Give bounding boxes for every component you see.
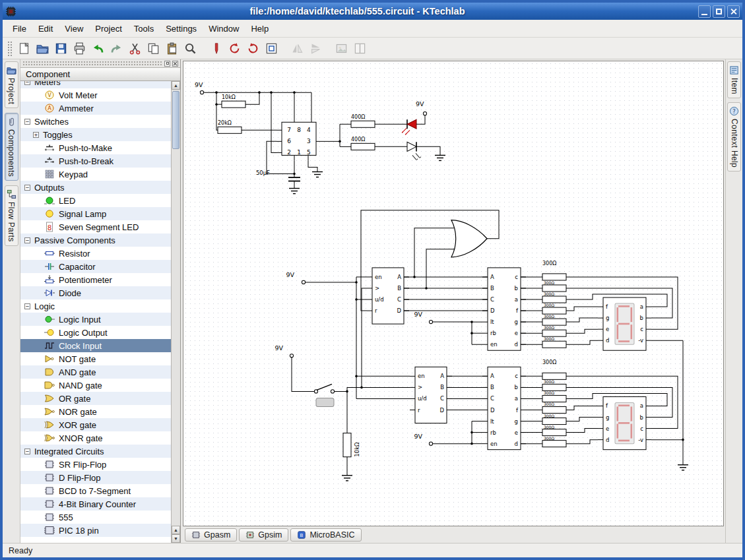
tab-item[interactable]: Item	[727, 61, 741, 98]
pin[interactable]	[331, 390, 334, 393]
wire[interactable]	[566, 307, 598, 311]
resistor[interactable]	[343, 433, 351, 457]
tree-item-not-gate[interactable]: NOT gate	[20, 352, 171, 365]
menu-file[interactable]: File	[7, 21, 32, 36]
tab-components[interactable]: Components	[5, 113, 18, 181]
tree-item-push-to-break[interactable]: Push-to-Break	[20, 154, 171, 168]
tree-item-and-gate[interactable]: AND gate	[20, 365, 171, 379]
tree-item-clock-input[interactable]: Clock Input	[20, 339, 171, 352]
tree-item-sr-flip-flop[interactable]: SR Flip-Flop	[20, 458, 171, 471]
toolbar-undo-button[interactable]	[89, 40, 107, 57]
expander-minus-icon[interactable]: −	[24, 119, 30, 125]
resistor[interactable]	[542, 418, 566, 425]
resistor[interactable]	[542, 319, 566, 325]
tree-item-xnor-gate[interactable]: XNOR gate	[20, 431, 171, 445]
wire[interactable]	[412, 155, 416, 160]
tab-context-help[interactable]: ?Context Help	[727, 102, 741, 171]
scroll-down-button[interactable]: ▼	[172, 534, 180, 543]
led-red[interactable]	[407, 119, 416, 129]
resistor[interactable]	[218, 127, 242, 133]
resistor[interactable]	[542, 441, 566, 447]
wire[interactable]	[416, 146, 440, 155]
wire[interactable]	[566, 429, 598, 433]
expander-minus-icon[interactable]: −	[24, 303, 30, 309]
tab-flow-parts[interactable]: Flow Parts	[5, 185, 18, 246]
tree-category-outputs[interactable]: −Outputs	[20, 181, 171, 194]
toolbar-save-button[interactable]	[52, 40, 70, 57]
resistor[interactable]	[542, 384, 566, 390]
wire[interactable]	[308, 160, 317, 171]
wire[interactable]	[245, 92, 259, 104]
toolbar-redo-button[interactable]	[108, 40, 125, 57]
wire[interactable]	[317, 384, 332, 390]
expander-minus-icon[interactable]: −	[24, 81, 30, 85]
titlebar[interactable]: file:/home/david/ktechlab/555.circuit - …	[3, 3, 742, 20]
scroll-up-button-2[interactable]: ▲	[172, 526, 180, 534]
minimize-button[interactable]	[698, 5, 711, 18]
wire[interactable]	[426, 249, 454, 288]
tab-gpsim[interactable]: Gpsim	[239, 528, 288, 542]
expander-minus-icon[interactable]: −	[24, 449, 30, 454]
tree-category-logic[interactable]: −Logic	[20, 299, 171, 313]
tree-item-pic-18-pin[interactable]: PIC 18 pin	[20, 524, 171, 537]
tree-item-volt-meter[interactable]: VVolt Meter	[20, 88, 171, 102]
tree-item-nor-gate[interactable]: NOR gate	[20, 405, 171, 418]
tree-item-seven-segment-led[interactable]: 8Seven Segment LED	[20, 220, 171, 233]
tree-item-push-to-make[interactable]: Push-to-Make	[20, 141, 171, 154]
resistor[interactable]	[222, 101, 245, 108]
toolbar-new-file-button[interactable]	[15, 40, 33, 57]
menu-view[interactable]: View	[59, 21, 89, 36]
menu-window[interactable]: Window	[203, 21, 245, 36]
resistor[interactable]	[351, 121, 375, 127]
toolbar-print-button[interactable]	[71, 40, 88, 57]
resistor[interactable]	[542, 373, 566, 379]
scrollbar-thumb[interactable]	[172, 91, 179, 149]
resistor[interactable]	[542, 429, 566, 436]
scroll-up-button[interactable]: ▲	[172, 81, 180, 90]
close-button[interactable]	[727, 5, 740, 18]
tree-item-ammeter[interactable]: AAmmeter	[20, 102, 171, 115]
panel-grip-icon[interactable]	[22, 61, 162, 66]
tree-item-or-gate[interactable]: OR gate	[20, 392, 171, 405]
wire[interactable]	[416, 115, 425, 124]
maximize-button[interactable]	[713, 5, 725, 18]
menu-tools[interactable]: Tools	[128, 21, 160, 36]
wire[interactable]	[566, 318, 598, 322]
pin[interactable]	[423, 112, 426, 115]
pin[interactable]	[200, 91, 203, 94]
menu-settings[interactable]: Settings	[160, 21, 203, 36]
toolbar-paste-button[interactable]	[163, 40, 181, 57]
tree-category-integrated-circuits[interactable]: −Integrated Circuits	[20, 445, 171, 458]
or-gate[interactable]	[451, 220, 487, 257]
toolbar-open-button[interactable]	[34, 40, 51, 57]
resistor[interactable]	[351, 143, 375, 150]
expander-minus-icon[interactable]: −	[24, 237, 30, 243]
wire[interactable]	[566, 329, 598, 333]
tree-category-switches[interactable]: −Switches	[20, 115, 171, 128]
tree-item-logic-input[interactable]: Logic Input	[20, 313, 171, 326]
wire[interactable]	[414, 228, 454, 277]
toolbar-draw-pen-button[interactable]	[207, 40, 225, 57]
toolbar-copy-button[interactable]	[145, 40, 162, 57]
resistor[interactable]	[542, 296, 566, 303]
resistor[interactable]	[542, 285, 566, 292]
resistor[interactable]	[542, 341, 566, 348]
toolbar-rotate-cw-button[interactable]	[244, 40, 262, 57]
wire[interactable]	[566, 418, 598, 421]
toolbar-handle[interactable]	[7, 40, 12, 56]
tree-category-toggles[interactable]: +Toggles	[20, 128, 171, 141]
wire[interactable]	[566, 340, 598, 344]
pin[interactable]	[290, 354, 293, 358]
tree-item-potentiometer[interactable]: Potentiometer	[20, 273, 171, 286]
pin[interactable]	[429, 321, 432, 324]
push-button[interactable]	[316, 398, 334, 406]
tree-item-logic-output[interactable]: Logic Output	[20, 326, 171, 339]
expander-plus-icon[interactable]: +	[33, 132, 39, 138]
wire[interactable]	[416, 153, 420, 158]
resistor[interactable]	[542, 406, 566, 413]
wire[interactable]	[271, 92, 276, 152]
tree-item-d-flip-flop[interactable]: D Flip-Flop	[20, 471, 171, 484]
tree-item-signal-lamp[interactable]: Signal Lamp	[20, 207, 171, 220]
panel-close-button[interactable]	[172, 61, 178, 67]
toolbar-cut-button[interactable]	[126, 40, 144, 57]
